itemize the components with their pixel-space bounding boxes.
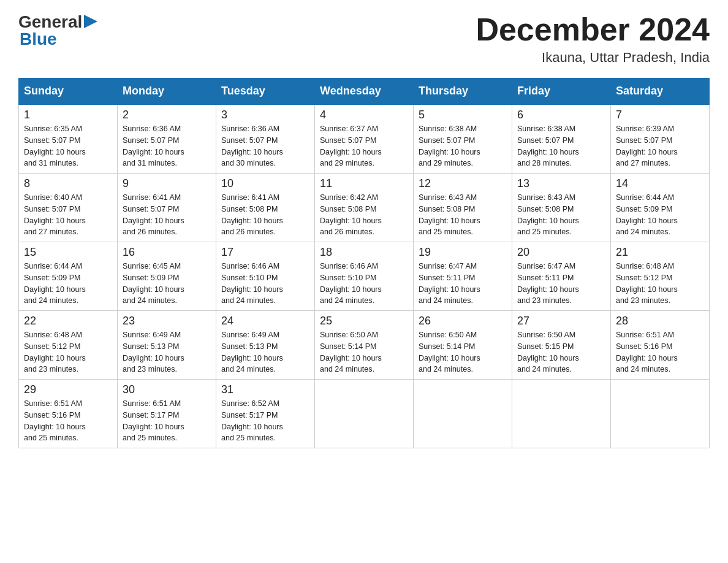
calendar-cell: 7 Sunrise: 6:39 AM Sunset: 5:07 PM Dayli… [611, 104, 710, 174]
calendar-cell: 19 Sunrise: 6:47 AM Sunset: 5:11 PM Dayl… [414, 242, 512, 311]
calendar-cell: 5 Sunrise: 6:38 AM Sunset: 5:07 PM Dayli… [414, 104, 512, 174]
calendar-cell: 20 Sunrise: 6:47 AM Sunset: 5:11 PM Dayl… [512, 242, 611, 311]
day-number: 29 [24, 383, 112, 396]
calendar-cell: 17 Sunrise: 6:46 AM Sunset: 5:10 PM Dayl… [216, 242, 315, 311]
day-info: Sunrise: 6:36 AM Sunset: 5:07 PM Dayligh… [123, 123, 211, 169]
svg-marker-0 [84, 15, 97, 28]
calendar-cell: 9 Sunrise: 6:41 AM Sunset: 5:07 PM Dayli… [118, 174, 216, 242]
calendar-week-4: 22 Sunrise: 6:48 AM Sunset: 5:12 PM Dayl… [19, 311, 710, 380]
day-number: 12 [419, 177, 507, 190]
calendar-cell: 3 Sunrise: 6:36 AM Sunset: 5:07 PM Dayli… [216, 104, 315, 174]
month-title: December 2024 [476, 12, 710, 47]
day-number: 28 [616, 315, 704, 327]
calendar-week-5: 29 Sunrise: 6:51 AM Sunset: 5:16 PM Dayl… [19, 380, 710, 448]
day-number: 13 [517, 177, 605, 190]
day-info: Sunrise: 6:44 AM Sunset: 5:09 PM Dayligh… [616, 192, 704, 238]
day-info: Sunrise: 6:38 AM Sunset: 5:07 PM Dayligh… [517, 123, 605, 169]
calendar-cell: 11 Sunrise: 6:42 AM Sunset: 5:08 PM Dayl… [315, 174, 414, 242]
day-info: Sunrise: 6:48 AM Sunset: 5:12 PM Dayligh… [616, 261, 704, 307]
day-info: Sunrise: 6:49 AM Sunset: 5:13 PM Dayligh… [123, 329, 211, 375]
title-section: December 2024 Ikauna, Uttar Pradesh, Ind… [476, 12, 710, 66]
calendar-cell: 27 Sunrise: 6:50 AM Sunset: 5:15 PM Dayl… [512, 311, 611, 380]
calendar-cell: 24 Sunrise: 6:49 AM Sunset: 5:13 PM Dayl… [216, 311, 315, 380]
calendar-table: SundayMondayTuesdayWednesdayThursdayFrid… [18, 78, 710, 448]
logo-blue-text: Blue [20, 29, 57, 49]
calendar-cell: 8 Sunrise: 6:40 AM Sunset: 5:07 PM Dayli… [19, 174, 118, 242]
calendar-cell: 14 Sunrise: 6:44 AM Sunset: 5:09 PM Dayl… [611, 174, 710, 242]
day-info: Sunrise: 6:50 AM Sunset: 5:14 PM Dayligh… [320, 329, 408, 375]
day-header-thursday: Thursday [414, 79, 512, 105]
day-number: 8 [24, 177, 112, 190]
day-info: Sunrise: 6:46 AM Sunset: 5:10 PM Dayligh… [221, 261, 309, 307]
calendar-cell: 6 Sunrise: 6:38 AM Sunset: 5:07 PM Dayli… [512, 104, 611, 174]
calendar-cell: 1 Sunrise: 6:35 AM Sunset: 5:07 PM Dayli… [19, 104, 118, 174]
day-info: Sunrise: 6:35 AM Sunset: 5:07 PM Dayligh… [24, 123, 112, 169]
calendar-cell: 23 Sunrise: 6:49 AM Sunset: 5:13 PM Dayl… [118, 311, 216, 380]
day-number: 18 [320, 246, 408, 259]
day-number: 19 [419, 246, 507, 259]
day-number: 23 [123, 315, 211, 327]
calendar-week-2: 8 Sunrise: 6:40 AM Sunset: 5:07 PM Dayli… [19, 174, 710, 242]
day-number: 9 [123, 177, 211, 190]
day-number: 26 [419, 315, 507, 327]
day-header-sunday: Sunday [19, 79, 118, 105]
day-number: 6 [517, 109, 605, 121]
day-number: 5 [419, 109, 507, 121]
day-header-monday: Monday [118, 79, 216, 105]
calendar-cell: 30 Sunrise: 6:51 AM Sunset: 5:17 PM Dayl… [118, 380, 216, 448]
calendar-cell: 15 Sunrise: 6:44 AM Sunset: 5:09 PM Dayl… [19, 242, 118, 311]
day-header-wednesday: Wednesday [315, 79, 414, 105]
day-info: Sunrise: 6:43 AM Sunset: 5:08 PM Dayligh… [517, 192, 605, 238]
calendar-week-1: 1 Sunrise: 6:35 AM Sunset: 5:07 PM Dayli… [19, 104, 710, 174]
day-info: Sunrise: 6:50 AM Sunset: 5:15 PM Dayligh… [517, 329, 605, 375]
day-info: Sunrise: 6:37 AM Sunset: 5:07 PM Dayligh… [320, 123, 408, 169]
day-info: Sunrise: 6:48 AM Sunset: 5:12 PM Dayligh… [24, 329, 112, 375]
day-info: Sunrise: 6:41 AM Sunset: 5:08 PM Dayligh… [221, 192, 309, 238]
day-info: Sunrise: 6:51 AM Sunset: 5:17 PM Dayligh… [123, 398, 211, 444]
day-number: 4 [320, 109, 408, 121]
day-info: Sunrise: 6:42 AM Sunset: 5:08 PM Dayligh… [320, 192, 408, 238]
day-header-tuesday: Tuesday [216, 79, 315, 105]
day-number: 24 [221, 315, 309, 327]
day-info: Sunrise: 6:46 AM Sunset: 5:10 PM Dayligh… [320, 261, 408, 307]
calendar-cell [414, 380, 512, 448]
day-number: 25 [320, 315, 408, 327]
calendar-cell: 18 Sunrise: 6:46 AM Sunset: 5:10 PM Dayl… [315, 242, 414, 311]
calendar-cell: 25 Sunrise: 6:50 AM Sunset: 5:14 PM Dayl… [315, 311, 414, 380]
calendar-cell [611, 380, 710, 448]
day-number: 17 [221, 246, 309, 259]
calendar-cell: 22 Sunrise: 6:48 AM Sunset: 5:12 PM Dayl… [19, 311, 118, 380]
calendar-cell [315, 380, 414, 448]
calendar-cell: 12 Sunrise: 6:43 AM Sunset: 5:08 PM Dayl… [414, 174, 512, 242]
day-number: 15 [24, 246, 112, 259]
day-info: Sunrise: 6:36 AM Sunset: 5:07 PM Dayligh… [221, 123, 309, 169]
day-info: Sunrise: 6:39 AM Sunset: 5:07 PM Dayligh… [616, 123, 704, 169]
day-info: Sunrise: 6:38 AM Sunset: 5:07 PM Dayligh… [419, 123, 507, 169]
calendar-cell: 13 Sunrise: 6:43 AM Sunset: 5:08 PM Dayl… [512, 174, 611, 242]
day-info: Sunrise: 6:47 AM Sunset: 5:11 PM Dayligh… [517, 261, 605, 307]
day-info: Sunrise: 6:51 AM Sunset: 5:16 PM Dayligh… [616, 329, 704, 375]
day-number: 2 [123, 109, 211, 121]
day-info: Sunrise: 6:44 AM Sunset: 5:09 PM Dayligh… [24, 261, 112, 307]
day-number: 22 [24, 315, 112, 327]
day-info: Sunrise: 6:40 AM Sunset: 5:07 PM Dayligh… [24, 192, 112, 238]
logo-triangle-icon [84, 15, 97, 28]
calendar-cell: 21 Sunrise: 6:48 AM Sunset: 5:12 PM Dayl… [611, 242, 710, 311]
day-number: 30 [123, 383, 211, 396]
location-title: Ikauna, Uttar Pradesh, India [476, 50, 710, 66]
day-number: 20 [517, 246, 605, 259]
day-number: 14 [616, 177, 704, 190]
calendar-cell: 26 Sunrise: 6:50 AM Sunset: 5:14 PM Dayl… [414, 311, 512, 380]
day-info: Sunrise: 6:51 AM Sunset: 5:16 PM Dayligh… [24, 398, 112, 444]
calendar-cell: 2 Sunrise: 6:36 AM Sunset: 5:07 PM Dayli… [118, 104, 216, 174]
day-header-friday: Friday [512, 79, 611, 105]
day-number: 27 [517, 315, 605, 327]
day-info: Sunrise: 6:45 AM Sunset: 5:09 PM Dayligh… [123, 261, 211, 307]
calendar-cell [512, 380, 611, 448]
logo: General Blue [18, 12, 97, 49]
calendar-week-3: 15 Sunrise: 6:44 AM Sunset: 5:09 PM Dayl… [19, 242, 710, 311]
calendar-header-row: SundayMondayTuesdayWednesdayThursdayFrid… [19, 79, 710, 105]
day-info: Sunrise: 6:41 AM Sunset: 5:07 PM Dayligh… [123, 192, 211, 238]
calendar-cell: 10 Sunrise: 6:41 AM Sunset: 5:08 PM Dayl… [216, 174, 315, 242]
page-header: General Blue December 2024 Ikauna, Uttar… [18, 12, 710, 66]
